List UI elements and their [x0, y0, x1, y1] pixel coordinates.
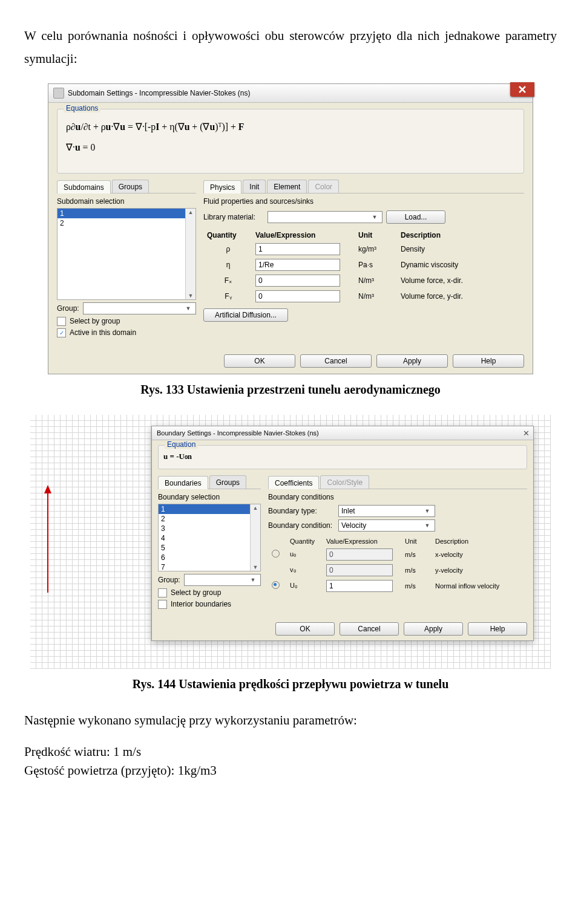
fy-desc: Volume force, y-dir.	[398, 289, 523, 304]
scroll-down-icon[interactable]: ▼	[252, 564, 259, 571]
list-item[interactable]: 1	[57, 209, 195, 218]
list-item[interactable]: 2	[57, 218, 195, 228]
library-material-label: Library material:	[203, 213, 264, 221]
tab-physics[interactable]: Physics	[203, 180, 241, 194]
tab-element[interactable]: Element	[267, 180, 307, 193]
scroll-up-icon[interactable]: ▲	[188, 209, 194, 216]
eta-unit: Pa·s	[356, 258, 397, 272]
library-material-dropdown[interactable]: ▼	[268, 211, 382, 223]
tab-subdomains[interactable]: Subdomains	[57, 180, 111, 194]
v0-unit: m/s	[402, 563, 432, 578]
active-in-domain-label: Active in this domain	[70, 328, 136, 337]
list-item[interactable]: 6	[159, 553, 260, 562]
list-item[interactable]: 1	[159, 504, 260, 514]
q-v0: v₀	[287, 563, 323, 578]
fluid-title: Fluid properties and sources/sinks	[203, 197, 524, 206]
list-item[interactable]: 4	[159, 533, 260, 543]
dialog-buttons: OK Cancel Apply Help	[48, 348, 533, 374]
interior-boundaries-label: Interior boundaries	[171, 600, 231, 608]
list-item[interactable]: 7	[159, 562, 260, 571]
equation-text: u = -U₀n	[163, 449, 522, 464]
col-valexpr: Value/Expression	[324, 536, 401, 546]
q-eta: η	[205, 258, 252, 272]
fx-desc: Volume force, x-dir.	[398, 273, 523, 288]
apply-button[interactable]: Apply	[404, 622, 463, 636]
rho-unit: kg/m³	[356, 242, 397, 256]
tab-colorstyle[interactable]: Color/Style	[320, 475, 369, 489]
tab-init[interactable]: Init	[243, 180, 266, 193]
svg-text:∇·u = 0: ∇·u = 0	[65, 142, 96, 152]
active-in-domain-checkbox[interactable]: ✓	[57, 328, 66, 337]
chevron-down-icon: ▼	[422, 508, 432, 514]
help-button[interactable]: Help	[468, 622, 527, 636]
boundary-condition-label: Boundary condition:	[268, 521, 335, 530]
apply-button[interactable]: Apply	[376, 354, 448, 368]
subdomain-dialog-wrap: Subdomain Settings - Incompressible Navi…	[24, 83, 557, 374]
U0-input[interactable]	[326, 580, 393, 592]
rho-desc: Density	[398, 242, 523, 256]
cancel-button[interactable]: Cancel	[340, 622, 399, 636]
u0-radio[interactable]	[272, 550, 280, 558]
close-button[interactable]	[510, 82, 534, 97]
tab-color[interactable]: Color	[308, 180, 339, 193]
group-label: Group:	[158, 576, 180, 584]
group-dropdown[interactable]: ▼	[184, 574, 261, 586]
tab-groups[interactable]: Groups	[209, 475, 246, 489]
col-desc: Description	[398, 230, 523, 241]
select-by-group-checkbox[interactable]	[57, 317, 66, 326]
eta-desc: Dynamic viscosity	[398, 258, 523, 272]
chevron-down-icon: ▼	[422, 522, 432, 529]
group-dropdown[interactable]: ▼	[83, 302, 196, 314]
fx-unit: N/m³	[356, 273, 397, 288]
rho-input[interactable]	[255, 243, 340, 255]
subdomain-listbox[interactable]: 1 2 ▲▼	[57, 208, 196, 300]
load-button[interactable]: Load...	[386, 210, 445, 224]
interior-boundaries-checkbox[interactable]	[158, 600, 167, 609]
v0-input	[326, 564, 393, 576]
scroll-down-icon[interactable]: ▼	[188, 292, 194, 299]
canvas-grid-background: Boundary Settings - Incompressible Navie…	[30, 415, 551, 669]
caption-1: Rys. 133 Ustawienia przestrzeni tunelu a…	[24, 383, 557, 397]
col-valexpr: Value/Expression	[253, 230, 355, 241]
ok-button[interactable]: OK	[224, 354, 295, 368]
list-item[interactable]: 5	[159, 543, 260, 553]
caption-2: Rys. 144 Ustawienia prędkości przepływu …	[24, 677, 557, 691]
equation-group: Equation u = -U₀n	[158, 445, 527, 469]
select-by-group-checkbox[interactable]	[158, 588, 167, 597]
subdomain-dialog: Subdomain Settings - Incompressible Navi…	[48, 83, 533, 374]
tab-coefficients[interactable]: Coefficients	[268, 476, 319, 489]
fx-input[interactable]	[255, 275, 340, 287]
fy-input[interactable]	[255, 290, 340, 302]
v0-desc: y-velocity	[433, 563, 526, 578]
scroll-up-icon[interactable]: ▲	[252, 504, 259, 512]
close-button[interactable]: ✕	[523, 429, 530, 438]
help-button[interactable]: Help	[453, 354, 524, 368]
equation-label: Equation	[165, 440, 198, 449]
ok-button[interactable]: OK	[275, 622, 335, 636]
fy-unit: N/m³	[356, 289, 397, 304]
titlebar[interactable]: Boundary Settings - Incompressible Navie…	[152, 426, 533, 440]
eta-input[interactable]	[255, 259, 340, 271]
list-item[interactable]: 2	[159, 514, 260, 524]
boundary-type-dropdown[interactable]: Inlet▼	[338, 505, 435, 517]
titlebar[interactable]: Subdomain Settings - Incompressible Navi…	[48, 84, 533, 103]
u0-input	[326, 548, 393, 561]
scrollbar[interactable]: ▲▼	[250, 504, 260, 571]
list-item[interactable]: 3	[159, 524, 260, 533]
dialog-title: Subdomain Settings - Incompressible Navi…	[68, 89, 250, 97]
chevron-down-icon: ▼	[248, 577, 258, 583]
U0-radio[interactable]	[272, 581, 280, 589]
scrollbar[interactable]: ▲▼	[185, 209, 195, 299]
tab-boundaries[interactable]: Boundaries	[158, 476, 208, 489]
chevron-down-icon: ▼	[370, 214, 379, 220]
cancel-button[interactable]: Cancel	[300, 354, 372, 368]
after-text: Następnie wykonano symulację przy wykorz…	[24, 709, 557, 732]
tab-groups[interactable]: Groups	[112, 180, 149, 193]
boundary-selection-label: Boundary selection	[158, 493, 261, 501]
boundary-listbox[interactable]: 1 2 3 4 5 6 7 ▲▼	[158, 504, 261, 571]
boundary-condition-dropdown[interactable]: Velocity▼	[338, 519, 435, 532]
artificial-diffusion-button[interactable]: Artificial Diffusion...	[203, 308, 288, 322]
select-by-group-label: Select by group	[171, 588, 221, 597]
chevron-down-icon: ▼	[183, 305, 193, 311]
param-density: Gęstość powietrza (przyjęto): 1kg/m3	[24, 763, 557, 778]
